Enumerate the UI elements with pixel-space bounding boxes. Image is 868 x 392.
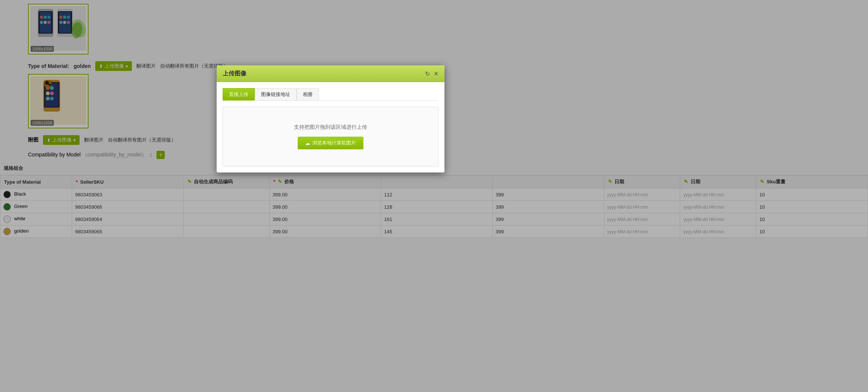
modal-tabs: 直接上传 图像链接地址 相册 [223,88,438,101]
modal-body: 直接上传 图像链接地址 相册 支持把图片拖到该区域进行上传 ☁ 浏览本地计算机图… [217,82,444,172]
browse-btn[interactable]: ☁ 浏览本地计算机图片 [298,137,363,149]
tab-album[interactable]: 相册 [297,88,319,100]
tab-image-url[interactable]: 图像链接地址 [255,88,297,100]
modal-title: 上传图像 [223,70,247,78]
cloud-upload-icon: ☁ [305,140,310,146]
drop-text: 支持把图片拖到该区域进行上传 [294,124,367,131]
modal-header: 上传图像 ↻ ✕ [217,65,444,82]
tab-direct-upload[interactable]: 直接上传 [223,88,255,100]
modal-close-btn[interactable]: ✕ [434,70,438,77]
page-content: 1000x1000 Type of Material: golden ⬆ 上传图… [0,0,868,392]
modal-overlay[interactable] [0,0,868,392]
drop-zone[interactable]: 支持把图片拖到该区域进行上传 ☁ 浏览本地计算机图片 [223,107,438,167]
upload-modal: 上传图像 ↻ ✕ 直接上传 图像链接地址 相册 支持把图片拖到该区域进行上传 ☁… [217,65,444,172]
modal-refresh-btn[interactable]: ↻ [425,70,430,77]
modal-header-actions: ↻ ✕ [425,70,438,77]
